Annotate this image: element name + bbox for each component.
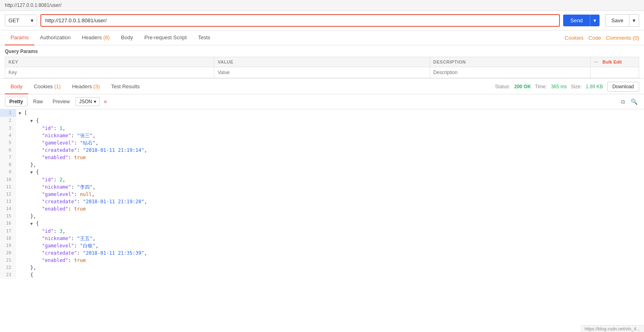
response-tab-body[interactable]: Body: [5, 79, 28, 94]
line-number: 6: [0, 147, 16, 154]
collapse-arrow-icon[interactable]: ▼: [30, 221, 35, 226]
json-punctuation: ,: [62, 228, 65, 234]
tab-authorization[interactable]: Authorization: [34, 30, 76, 45]
json-line: 4 "nickname": "张三",: [0, 132, 644, 139]
line-content: "enabled": true: [16, 205, 86, 213]
url-bar: GET ▾ Send ▾ Save ▾: [0, 11, 644, 30]
save-arrow-button[interactable]: ▾: [629, 14, 639, 27]
line-number: 8: [0, 161, 16, 168]
json-punctuation: ,: [144, 250, 147, 256]
json-line: 11 "nickname": "李四",: [0, 183, 644, 191]
json-punctuation: :: [77, 147, 83, 153]
json-line: 22 },: [0, 264, 644, 271]
size-label: Size:: [571, 84, 582, 89]
code-link[interactable]: Code: [589, 35, 601, 41]
json-line: 19 "gamelevel": "白银",: [0, 242, 644, 249]
line-content: "gamelevel": "钻石",: [16, 139, 98, 147]
json-boolean: true: [74, 258, 86, 263]
line-number: 3: [0, 125, 16, 132]
time-value: 365 ms: [551, 84, 567, 89]
json-key: "enabled": [42, 206, 68, 212]
json-punctuation: ,: [93, 236, 95, 241]
top-bar-url: http://127.0.0.1:8081/user/: [5, 2, 61, 8]
send-button[interactable]: Send: [563, 15, 590, 26]
description-cell[interactable]: [430, 67, 590, 78]
tab-body[interactable]: Body: [115, 30, 139, 45]
copy-button[interactable]: ⧉: [619, 98, 627, 106]
value-input[interactable]: [217, 70, 426, 75]
line-number: 9: [0, 168, 16, 176]
line-number: 1: [0, 109, 16, 117]
request-tabs: Params Authorization Headers (8) Body Pr…: [0, 30, 644, 45]
line-content: "nickname": "李四",: [16, 183, 95, 191]
response-tab-test-results[interactable]: Test Results: [106, 79, 146, 94]
line-number: 19: [0, 242, 16, 249]
bulk-edit-button[interactable]: Bulk Edit: [602, 60, 622, 64]
json-line: 2 ▼ {: [0, 117, 644, 125]
json-line: 14 "enabled": true: [0, 205, 644, 213]
format-type-value: JSON: [79, 99, 92, 104]
wrap-icon[interactable]: ≡: [104, 99, 107, 105]
collapse-arrow-icon[interactable]: ▼: [19, 111, 23, 115]
send-arrow-button[interactable]: ▾: [590, 15, 600, 26]
line-content: "enabled": true: [16, 257, 86, 264]
json-punctuation: :: [74, 140, 80, 146]
method-chevron-icon: ▾: [31, 17, 34, 23]
download-button[interactable]: Download: [607, 82, 639, 92]
format-pretty-button[interactable]: Pretty: [5, 97, 27, 106]
json-key: "enabled": [42, 258, 68, 263]
line-number: 18: [0, 235, 16, 242]
json-line: 23 {: [0, 271, 644, 279]
cookies-link[interactable]: Cookies: [565, 35, 584, 41]
json-null: null: [80, 192, 92, 197]
json-punctuation: ,: [93, 184, 95, 190]
json-punctuation: ,: [95, 243, 98, 249]
params-row-empty: [5, 67, 639, 78]
response-meta: Status: 200 OK Time: 365 ms Size: 1.89 K…: [495, 82, 639, 92]
status-value: 200 OK: [514, 84, 531, 89]
search-button[interactable]: 🔍: [629, 98, 639, 106]
format-type-select[interactable]: JSON ▾: [76, 97, 100, 106]
json-punctuation: ,: [144, 147, 147, 153]
format-preview-button[interactable]: Preview: [49, 97, 74, 106]
json-string: "白银": [80, 243, 95, 249]
json-string: "2018-01-11 21:19:20": [83, 199, 144, 204]
key-input[interactable]: [8, 70, 211, 75]
response-tab-cookies[interactable]: Cookies (1): [28, 79, 66, 94]
line-content: "createdate": "2018-01-11 21:19:20",: [16, 198, 147, 205]
collapse-arrow-icon[interactable]: ▼: [30, 170, 35, 175]
json-punctuation: :: [77, 250, 83, 256]
line-content: ▼ {: [16, 117, 39, 125]
json-line: 1▼ [: [0, 109, 644, 117]
collapse-arrow-icon[interactable]: ▼: [30, 119, 35, 123]
tab-headers[interactable]: Headers (8): [76, 30, 116, 45]
line-number: 4: [0, 132, 16, 139]
key-cell[interactable]: [5, 67, 214, 78]
description-input[interactable]: [433, 70, 587, 75]
comments-link[interactable]: Comments (0): [606, 35, 639, 41]
value-cell[interactable]: [214, 67, 430, 78]
format-right-icons: ⧉ 🔍: [619, 98, 639, 106]
json-punctuation: },: [30, 213, 36, 219]
json-key: "createdate": [42, 250, 77, 256]
line-content: },: [16, 161, 36, 168]
col-description: DESCRIPTION: [430, 57, 590, 67]
json-line: 18 "nickname": "王五",: [0, 235, 644, 242]
more-dots[interactable]: ···: [594, 60, 598, 64]
response-tab-headers[interactable]: Headers (3): [66, 79, 106, 94]
json-line: 3 "id": 1,: [0, 125, 644, 132]
method-select[interactable]: GET ▾: [5, 15, 37, 26]
query-params-section: Query Params KEY VALUE DESCRIPTION ··· B…: [0, 45, 644, 78]
line-number: 15: [0, 213, 16, 220]
save-button[interactable]: Save: [605, 14, 629, 27]
line-content: {: [16, 271, 33, 279]
json-line: 5 "gamelevel": "钻石",: [0, 139, 644, 147]
json-punctuation: ,: [62, 177, 65, 183]
tab-prerequest[interactable]: Pre-request Script: [139, 30, 192, 45]
json-line: 8 },: [0, 161, 644, 168]
format-raw-button[interactable]: Raw: [29, 97, 47, 106]
tab-tests[interactable]: Tests: [192, 30, 216, 45]
url-input[interactable]: [40, 14, 560, 27]
tab-params[interactable]: Params: [5, 30, 34, 45]
line-content: "gamelevel": null,: [16, 191, 95, 198]
